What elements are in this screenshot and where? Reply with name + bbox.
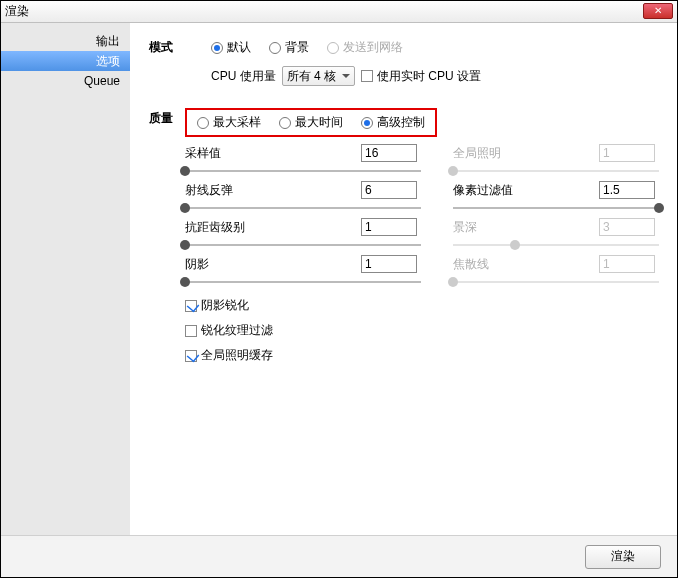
- sidebar-item-output[interactable]: 输出: [1, 31, 130, 51]
- checkbox-label: 全局照明缓存: [201, 347, 273, 364]
- samples-input[interactable]: [361, 144, 417, 162]
- param-label-samples: 采样值: [185, 143, 355, 162]
- radio-label: 发送到网络: [343, 39, 403, 56]
- checkbox-label: 锐化纹理过滤: [201, 322, 273, 339]
- pixel-filter-input[interactable]: [599, 181, 655, 199]
- sidebar-item-queue[interactable]: Queue: [1, 71, 130, 91]
- param-label-aa: 抗距齿级别: [185, 217, 355, 236]
- render-dialog: 渲染 ✕ 输出 选项 Queue 模式 默认: [0, 0, 678, 578]
- realtime-cpu-checkbox[interactable]: 使用实时 CPU 设置: [361, 68, 481, 85]
- render-button[interactable]: 渲染: [585, 545, 661, 569]
- quality-radio-max-time[interactable]: 最大时间: [279, 114, 343, 131]
- shadow-input[interactable]: [361, 255, 417, 273]
- radio-icon: [269, 42, 281, 54]
- radio-label: 最大采样: [213, 114, 261, 131]
- shadow-slider[interactable]: [185, 275, 421, 289]
- checkbox-label: 使用实时 CPU 设置: [377, 68, 481, 85]
- quality-section-label: 质量: [149, 108, 185, 127]
- aa-input[interactable]: [361, 218, 417, 236]
- quality-checks: 阴影锐化 锐化纹理过滤 全局照明缓存: [185, 297, 659, 364]
- mode-radioset: 默认 背景 发送到网络: [211, 37, 659, 62]
- checkbox-icon: [185, 300, 197, 312]
- chevron-down-icon: [342, 74, 350, 78]
- sidebar-item-options[interactable]: 选项: [1, 51, 130, 71]
- main-panel: 模式 默认 背景 发送到网络: [131, 23, 677, 535]
- param-label-caustics: 焦散线: [453, 254, 593, 273]
- mode-section-label: 模式: [149, 37, 211, 56]
- cpu-usage-row: CPU 使用量 所有 4 核 使用实时 CPU 设置: [211, 62, 659, 86]
- param-label-ray-bounce: 射线反弹: [185, 180, 355, 199]
- gi-slider: [453, 164, 659, 178]
- cpu-cores-dropdown[interactable]: 所有 4 核: [282, 66, 355, 86]
- param-label-gi: 全局照明: [453, 143, 593, 162]
- radio-label: 默认: [227, 39, 251, 56]
- dialog-body: 输出 选项 Queue 模式 默认 背景: [1, 23, 677, 535]
- param-label-shadow: 阴影: [185, 254, 355, 273]
- radio-label: 高级控制: [377, 114, 425, 131]
- footer: 渲染: [1, 535, 677, 577]
- param-label-dof: 景深: [453, 217, 593, 236]
- quality-params: 采样值 全局照明 射线反弹 像素过滤值: [185, 143, 659, 289]
- dof-input: [599, 218, 655, 236]
- param-label-pixel-filter: 像素过滤值: [453, 180, 593, 199]
- titlebar: 渲染 ✕: [1, 1, 677, 23]
- checkbox-icon: [361, 70, 373, 82]
- sidebar: 输出 选项 Queue: [1, 23, 131, 535]
- sharpen-texture-checkbox[interactable]: 锐化纹理过滤: [185, 322, 659, 339]
- shadow-sharpen-checkbox[interactable]: 阴影锐化: [185, 297, 659, 314]
- gi-input: [599, 144, 655, 162]
- radio-icon: [327, 42, 339, 54]
- mode-radio-background[interactable]: 背景: [269, 39, 309, 56]
- quality-radio-advanced[interactable]: 高级控制: [361, 114, 425, 131]
- ray-bounce-input[interactable]: [361, 181, 417, 199]
- checkbox-label: 阴影锐化: [201, 297, 249, 314]
- mode-radio-network: 发送到网络: [327, 39, 403, 56]
- radio-icon: [279, 117, 291, 129]
- quality-section: 质量 最大采样 最大时间 高级控制: [149, 108, 659, 364]
- caustics-input: [599, 255, 655, 273]
- radio-icon: [211, 42, 223, 54]
- mode-radio-default[interactable]: 默认: [211, 39, 251, 56]
- radio-label: 背景: [285, 39, 309, 56]
- cpu-usage-label: CPU 使用量: [211, 68, 276, 85]
- pixel-filter-slider[interactable]: [453, 201, 659, 215]
- close-icon[interactable]: ✕: [643, 3, 673, 19]
- mode-section: 模式 默认 背景 发送到网络: [149, 37, 659, 86]
- ray-bounce-slider[interactable]: [185, 201, 421, 215]
- radio-icon: [197, 117, 209, 129]
- window-title: 渲染: [5, 3, 29, 20]
- dof-slider: [453, 238, 659, 252]
- gi-cache-checkbox[interactable]: 全局照明缓存: [185, 347, 659, 364]
- dropdown-value: 所有 4 核: [287, 68, 336, 85]
- radio-icon: [361, 117, 373, 129]
- quality-radio-max-samples[interactable]: 最大采样: [197, 114, 261, 131]
- quality-mode-highlight: 最大采样 最大时间 高级控制: [185, 108, 437, 137]
- checkbox-icon: [185, 325, 197, 337]
- checkbox-icon: [185, 350, 197, 362]
- caustics-slider: [453, 275, 659, 289]
- samples-slider[interactable]: [185, 164, 421, 178]
- radio-label: 最大时间: [295, 114, 343, 131]
- aa-slider[interactable]: [185, 238, 421, 252]
